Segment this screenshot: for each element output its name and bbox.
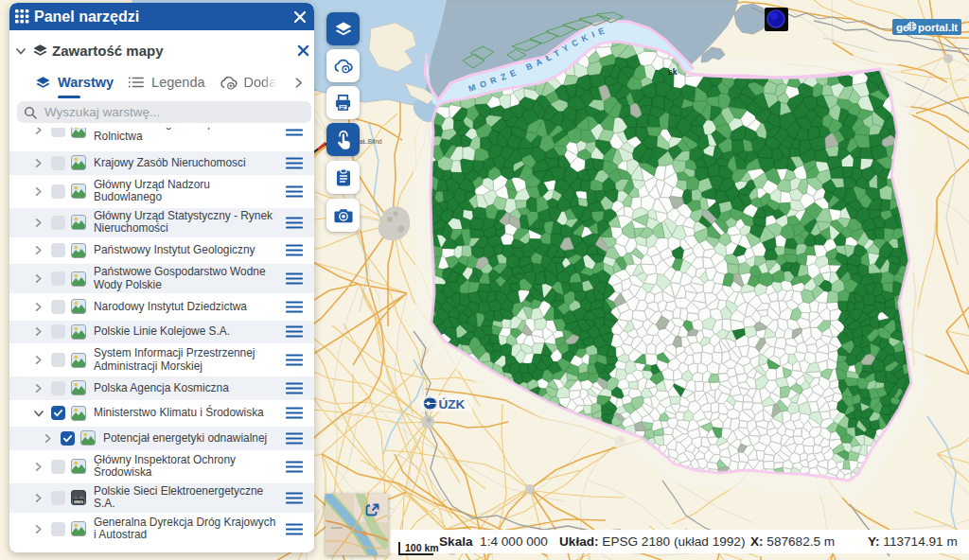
svg-text:WMS: WMS	[74, 499, 83, 504]
svg-text:sk: sk	[668, 67, 678, 77]
svg-text:portal.lt: portal.lt	[918, 22, 958, 33]
svg-text:taŁ.Błtnd: taŁ.Błtnd	[358, 138, 382, 145]
svg-text:ge: ge	[896, 22, 908, 33]
svg-text:ÚZK: ÚZK	[439, 397, 466, 411]
